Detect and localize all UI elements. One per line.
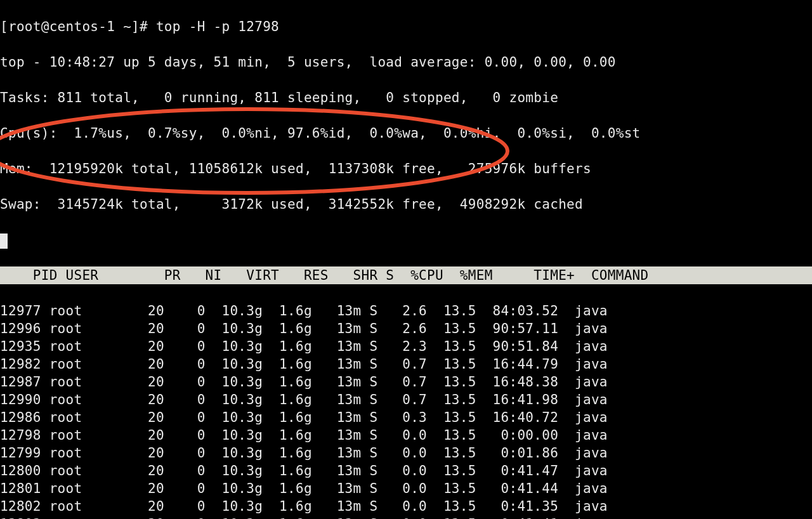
process-row[interactable]: 12996 root 20 0 10.3g 1.6g 13m S 2.6 13.… xyxy=(0,320,812,338)
process-row[interactable]: 12800 root 20 0 10.3g 1.6g 13m S 0.0 13.… xyxy=(0,462,812,480)
top-summary-swap: Swap: 3145724k total, 3172k used, 314255… xyxy=(0,195,812,213)
process-row[interactable]: 12801 root 20 0 10.3g 1.6g 13m S 0.0 13.… xyxy=(0,480,812,497)
terminal[interactable]: [root@centos-1 ~]# top -H -p 12798 top -… xyxy=(0,0,812,519)
process-row[interactable]: 12990 root 20 0 10.3g 1.6g 13m S 0.7 13.… xyxy=(0,391,812,409)
top-summary-tasks: Tasks: 811 total, 0 running, 811 sleepin… xyxy=(0,89,812,107)
process-row[interactable]: 12977 root 20 0 10.3g 1.6g 13m S 2.6 13.… xyxy=(0,302,812,320)
process-row[interactable]: 12935 root 20 0 10.3g 1.6g 13m S 2.3 13.… xyxy=(0,338,812,355)
process-row[interactable]: 12987 root 20 0 10.3g 1.6g 13m S 0.7 13.… xyxy=(0,373,812,391)
cursor-line xyxy=(0,231,812,249)
process-row[interactable]: 12986 root 20 0 10.3g 1.6g 13m S 0.3 13.… xyxy=(0,409,812,426)
process-row[interactable]: 12982 root 20 0 10.3g 1.6g 13m S 0.7 13.… xyxy=(0,355,812,373)
process-row[interactable]: 12803 root 20 0 10.3g 1.6g 13m S 0.0 13.… xyxy=(0,515,812,519)
top-summary-uptime: top - 10:48:27 up 5 days, 51 min, 5 user… xyxy=(0,53,812,71)
process-row[interactable]: 12798 root 20 0 10.3g 1.6g 13m S 0.0 13.… xyxy=(0,426,812,444)
process-row[interactable]: 12799 root 20 0 10.3g 1.6g 13m S 0.0 13.… xyxy=(0,444,812,462)
process-row[interactable]: 12802 root 20 0 10.3g 1.6g 13m S 0.0 13.… xyxy=(0,497,812,515)
process-list: 12977 root 20 0 10.3g 1.6g 13m S 2.6 13.… xyxy=(0,302,812,519)
top-summary-cpu: Cpu(s): 1.7%us, 0.7%sy, 0.0%ni, 97.6%id,… xyxy=(0,124,812,142)
top-summary-mem: Mem: 12195920k total, 11058612k used, 11… xyxy=(0,160,812,178)
process-column-header[interactable]: PID USER PR NI VIRT RES SHR S %CPU %MEM … xyxy=(0,266,812,284)
cursor-icon xyxy=(0,233,8,249)
shell-prompt: [root@centos-1 ~]# top -H -p 12798 xyxy=(0,18,812,36)
